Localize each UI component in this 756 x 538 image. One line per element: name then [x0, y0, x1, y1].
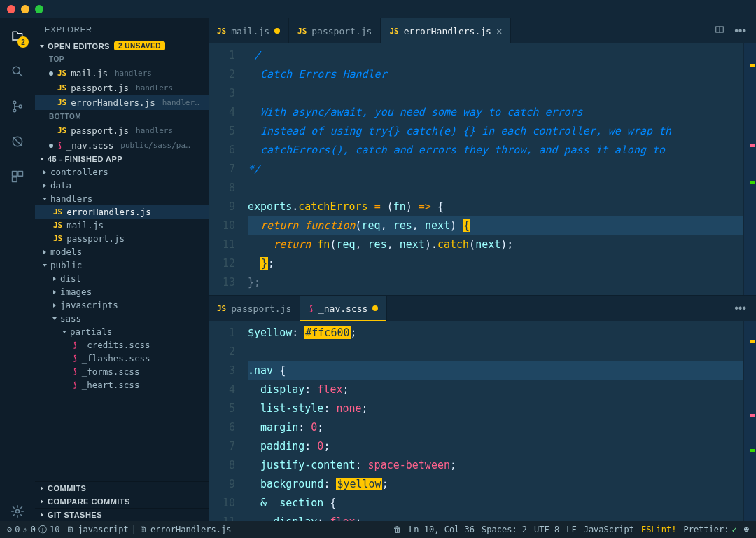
- tree-item[interactable]: ⟆_heart.scss: [35, 378, 209, 392]
- tree-item[interactable]: ⟆_credits.scss: [35, 338, 209, 352]
- chevron-right-icon: [43, 184, 46, 188]
- chevron-down-icon: [43, 198, 47, 200]
- tree-item-label: dist: [60, 273, 81, 284]
- chevron-down-icon: [40, 45, 44, 48]
- editor-tab[interactable]: JSpassport.js: [289, 18, 381, 43]
- search-activity-icon[interactable]: [8, 62, 27, 81]
- status-indent[interactable]: Spaces: 2: [482, 525, 527, 534]
- chevron-right-icon: [41, 499, 43, 504]
- more-actions-icon[interactable]: •••: [734, 302, 746, 315]
- code-editor[interactable]: 12345678910111213 / Catch Errors Handler…: [209, 43, 756, 295]
- status-eol[interactable]: LF: [566, 525, 576, 534]
- js-file-icon: JS: [57, 83, 66, 92]
- tree-item[interactable]: ⟆_flashes.scss: [35, 352, 209, 365]
- activity-bar: 2: [0, 18, 35, 521]
- project-header[interactable]: 45 - Finished App: [35, 153, 209, 165]
- status-eslint[interactable]: ESLint!: [641, 525, 677, 534]
- file-name: errorHandlers.js: [71, 97, 155, 108]
- minimap[interactable]: [743, 321, 756, 521]
- file-dir: handlers: [136, 83, 173, 92]
- warning-icon: ⚠: [22, 525, 27, 534]
- editor-tab[interactable]: JSpassport.js: [209, 296, 300, 321]
- js-file-icon: JS: [217, 304, 226, 313]
- split-editor-icon[interactable]: [715, 25, 724, 37]
- open-editors-header[interactable]: Open Editors 2 UNSAVED: [35, 39, 209, 53]
- close-window-icon[interactable]: [7, 5, 15, 13]
- tree-item[interactable]: javascripts: [35, 298, 209, 312]
- tree-item-label: public: [50, 260, 82, 270]
- tree-item[interactable]: JSerrorHandlers.js: [35, 205, 209, 219]
- minimap[interactable]: [743, 43, 756, 295]
- titlebar: [0, 0, 756, 18]
- line-number-gutter: 123456789101112: [209, 321, 248, 521]
- extensions-activity-icon[interactable]: [8, 167, 27, 186]
- sidebar-section-header[interactable]: Compare Commits: [35, 495, 209, 508]
- chevron-right-icon: [53, 290, 56, 294]
- debug-activity-icon[interactable]: [8, 132, 27, 151]
- more-actions-icon[interactable]: •••: [734, 25, 746, 37]
- tab-label: passport.js: [231, 303, 291, 314]
- status-problems[interactable]: ⊘0 ⚠0 ⓘ10: [7, 524, 59, 536]
- chevron-down-icon: [40, 158, 44, 160]
- tree-item[interactable]: images: [35, 285, 209, 298]
- js-file-icon: JS: [298, 27, 307, 36]
- status-feedback-icon[interactable]: ☻: [744, 525, 749, 534]
- scss-file-icon: ⟆: [73, 354, 78, 363]
- tree-item[interactable]: models: [35, 245, 209, 258]
- status-live-icon[interactable]: 🗑: [393, 525, 402, 534]
- open-editor-item[interactable]: ⟆_nav.scsspublic/sass/pa…: [35, 138, 209, 153]
- explorer-title: EXPLORER: [35, 18, 209, 39]
- status-encoding[interactable]: UTF-8: [534, 525, 559, 534]
- svg-rect-7: [13, 177, 18, 182]
- tree-item-label: _credits.scss: [82, 340, 150, 350]
- tree-item[interactable]: dist: [35, 272, 209, 285]
- editor-tab[interactable]: ⟆_nav.scss: [300, 296, 387, 321]
- status-prettier[interactable]: Prettier: ✓: [684, 525, 737, 534]
- tree-item[interactable]: public: [35, 258, 209, 272]
- code-editor[interactable]: 123456789101112 $yellow: #ffc600; .nav {…: [209, 321, 756, 521]
- open-editor-item[interactable]: JSmail.jshandlers: [35, 66, 209, 81]
- tree-item-label: _heart.scss: [82, 380, 140, 390]
- file-name: _nav.scss: [66, 140, 114, 151]
- tree-item[interactable]: controllers: [35, 165, 209, 179]
- file-name: passport.js: [71, 83, 129, 93]
- status-language-mode[interactable]: JavaScript: [584, 525, 634, 534]
- minimize-window-icon[interactable]: [21, 5, 29, 13]
- editor-tab[interactable]: JSmail.js: [209, 18, 289, 43]
- sidebar-section-header[interactable]: Commits: [35, 481, 209, 495]
- tree-item[interactable]: sass: [35, 312, 209, 325]
- tree-item[interactable]: ⟆_forms.scss: [35, 365, 209, 378]
- file-dir: public/sass/pa…: [120, 141, 190, 150]
- tree-item[interactable]: partials: [35, 325, 209, 338]
- close-icon[interactable]: ✕: [496, 25, 502, 36]
- status-cursor-position[interactable]: Ln 10, Col 36: [409, 525, 475, 534]
- tree-item-label: data: [50, 180, 71, 191]
- tree-item-label: images: [60, 287, 92, 297]
- tree-item-label: mail.js: [66, 220, 104, 230]
- svg-point-8: [16, 510, 20, 513]
- open-editor-item[interactable]: JSpassport.jshandlers: [35, 81, 209, 95]
- source-control-activity-icon[interactable]: [8, 97, 27, 116]
- editor-tab[interactable]: JSerrorHandlers.js✕: [381, 18, 511, 43]
- check-icon: ✓: [732, 525, 737, 534]
- open-editor-item[interactable]: JSerrorHandlers.jshandler…: [35, 95, 209, 110]
- sidebar-section-header[interactable]: Git Stashes: [35, 508, 209, 521]
- open-editor-item[interactable]: JSpassport.jshandlers: [35, 123, 209, 138]
- tree-item[interactable]: JSmail.js: [35, 219, 209, 232]
- settings-gear-icon[interactable]: [8, 502, 27, 521]
- editor-tabs: JSmail.jsJSpassport.jsJSerrorHandlers.js…: [209, 18, 756, 43]
- explorer-activity-icon[interactable]: 2: [8, 27, 27, 46]
- tree-item[interactable]: handlers: [35, 192, 209, 205]
- tree-item[interactable]: JSpassport.js: [35, 232, 209, 245]
- status-language-scope[interactable]: 🗎 javascript | 🗎 errorHandlers.js: [66, 525, 231, 534]
- tab-label: mail.js: [231, 26, 270, 36]
- editor-tabs: JSpassport.js⟆_nav.scss•••: [209, 296, 756, 321]
- tree-item-label: errorHandlers.js: [66, 207, 150, 217]
- scss-file-icon: ⟆: [309, 304, 314, 313]
- scss-file-icon: ⟆: [73, 340, 78, 350]
- zoom-window-icon[interactable]: [35, 5, 43, 13]
- scss-file-icon: ⟆: [73, 380, 78, 389]
- unsaved-badge: 2 UNSAVED: [114, 41, 165, 50]
- tab-label: _nav.scss: [318, 303, 368, 314]
- tree-item[interactable]: data: [35, 179, 209, 192]
